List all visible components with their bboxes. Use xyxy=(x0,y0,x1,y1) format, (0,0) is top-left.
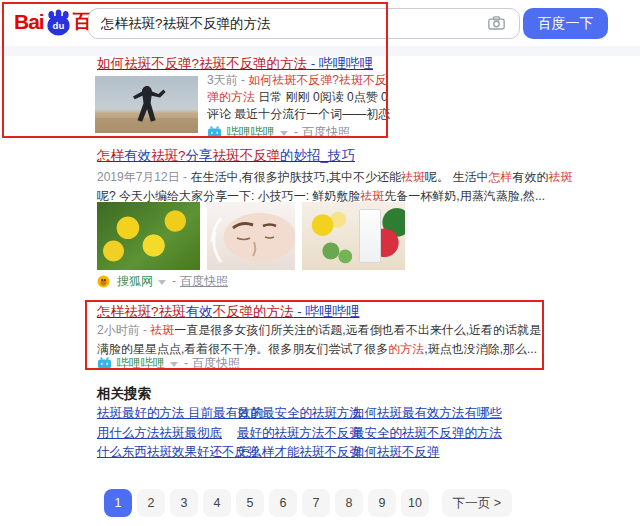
result-snippet: 2019年7月12日 - 在生活中,有很多护肤技巧,其中不少还能祛斑呢。 生活中… xyxy=(97,168,587,206)
page-button-2[interactable]: 2 xyxy=(137,489,165,517)
related-search-column: 如何祛斑最有效方法有哪些 最安全的祛斑不反弹的方法 如何祛斑不反弹 xyxy=(352,404,502,463)
related-search-link[interactable]: 目前最安全的祛斑方法 xyxy=(237,404,362,424)
search-button[interactable]: 百度一下 xyxy=(523,8,608,39)
search-input[interactable] xyxy=(88,8,520,39)
chevron-down-icon[interactable] xyxy=(170,362,178,367)
page-button-1[interactable]: 1 xyxy=(104,489,132,517)
page-button-9[interactable]: 9 xyxy=(368,489,396,517)
result-title-link[interactable]: 如何祛斑不反弹?祛斑不反弹的方法 - 哔哩哔哩 xyxy=(97,55,373,73)
page-button-6[interactable]: 6 xyxy=(269,489,297,517)
chevron-down-icon[interactable] xyxy=(158,280,166,285)
page-button-7[interactable]: 7 xyxy=(302,489,330,517)
result-image-face-wash[interactable] xyxy=(207,202,295,270)
result-source-row: 搜狐网 - 百度快照 xyxy=(97,273,228,289)
result-title-link[interactable]: 怎样有效祛斑?分享祛斑不反弹的妙招_技巧 xyxy=(97,147,355,165)
source-site-link[interactable]: 搜狐网 xyxy=(117,273,153,290)
pagination: 1 2 3 4 5 6 7 8 9 10 下一页 > xyxy=(104,489,512,517)
page-button-5[interactable]: 5 xyxy=(236,489,264,517)
page-button-8[interactable]: 8 xyxy=(335,489,363,517)
chevron-down-icon[interactable] xyxy=(280,131,288,136)
result-source-row: 哔哩哔哩 - 百度快照 xyxy=(207,124,350,140)
result-snippet: 2小时前 - 祛斑一直是很多女孩们所关注的话题,远看倒也看不出来什么,近看的话就… xyxy=(97,321,549,359)
related-search-link[interactable]: 最安全的祛斑不反弹的方法 xyxy=(352,424,502,444)
baidu-paw-icon: du xyxy=(45,9,72,36)
page-button-10[interactable]: 10 xyxy=(401,489,429,517)
source-separator: - xyxy=(172,274,176,288)
related-search-title: 相关搜索 xyxy=(97,385,151,403)
related-search-column: 目前最安全的祛斑方法 最好的祛斑方法不反弹 怎么样才能祛斑不反弹 xyxy=(237,404,362,463)
source-site-link[interactable]: 哔哩哔哩 xyxy=(227,124,275,141)
bilibili-tv-icon xyxy=(97,357,112,369)
baidu-snapshot-link[interactable]: 百度快照 xyxy=(302,124,350,141)
result-snippet: 3天前 - 如何祛斑不反弹?祛斑不反弹的方法 日常 刚刚 0阅读 0点赞 0评论… xyxy=(207,72,397,124)
camera-icon[interactable] xyxy=(488,16,505,30)
sohu-icon xyxy=(97,275,112,287)
logo-text-bai: Bai xyxy=(14,10,44,34)
result-title-link[interactable]: 怎样祛斑?祛斑有效不反弹的方法 - 哔哩哔哩 xyxy=(97,303,360,321)
milk-glass xyxy=(359,209,382,263)
page-button-3[interactable]: 3 xyxy=(170,489,198,517)
baidu-snapshot-link[interactable]: 百度快照 xyxy=(192,355,240,372)
result-image-lemons[interactable] xyxy=(97,202,200,270)
related-search-link[interactable]: 如何祛斑不反弹 xyxy=(352,443,502,463)
bilibili-tv-icon xyxy=(207,126,222,138)
page-button-4[interactable]: 4 xyxy=(203,489,231,517)
related-search-link[interactable]: 最好的祛斑方法不反弹 xyxy=(237,424,362,444)
next-page-button[interactable]: 下一页 > xyxy=(442,489,512,517)
source-separator: - xyxy=(294,125,298,139)
result-thumbnail-beach-silhouette[interactable] xyxy=(95,76,198,133)
related-search-link[interactable]: 如何祛斑最有效方法有哪些 xyxy=(352,404,502,424)
baidu-snapshot-link[interactable]: 百度快照 xyxy=(180,273,228,290)
result-image-vegetables-milk[interactable] xyxy=(302,202,405,270)
logo-text-du: du xyxy=(52,20,64,31)
related-search-link[interactable]: 怎么样才能祛斑不反弹 xyxy=(237,443,362,463)
source-site-link[interactable]: 哔哩哔哩 xyxy=(117,355,165,372)
source-separator: - xyxy=(184,356,188,370)
result-source-row: 哔哩哔哩 - 百度快照 xyxy=(97,355,240,371)
